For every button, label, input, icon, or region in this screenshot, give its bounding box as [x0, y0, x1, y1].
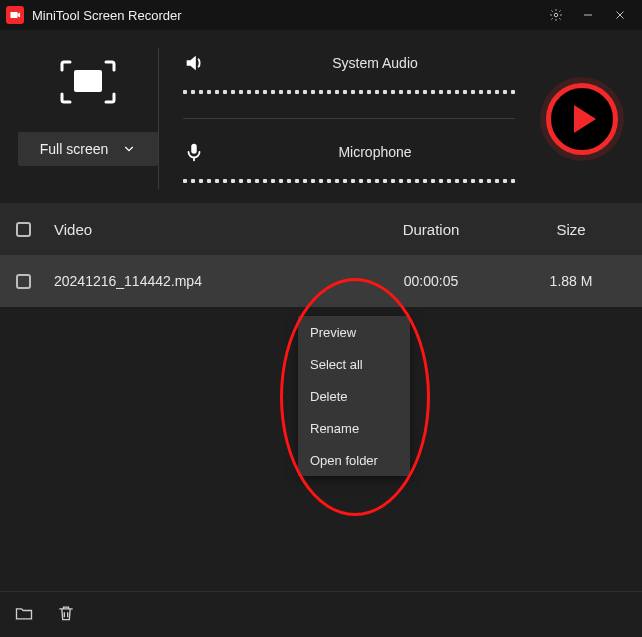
table-row[interactable]: 20241216_114442.mp4 00:00:05 1.88 M	[0, 255, 642, 307]
cell-name: 20241216_114442.mp4	[48, 273, 346, 289]
ctx-item-preview[interactable]: Preview	[298, 316, 410, 348]
control-panel: Full screen System Audio Microphone	[0, 30, 642, 203]
close-icon	[613, 8, 627, 22]
footer-bar	[0, 591, 642, 637]
minimize-icon	[581, 8, 595, 22]
folder-icon	[14, 603, 34, 623]
microphone-label: Microphone	[235, 144, 515, 160]
open-folder-button[interactable]	[14, 603, 34, 627]
chevron-down-icon	[122, 142, 136, 156]
audio-section: System Audio Microphone	[159, 48, 539, 189]
delete-button[interactable]	[56, 603, 76, 627]
gear-icon	[549, 8, 563, 22]
app-title: MiniTool Screen Recorder	[32, 8, 182, 23]
system-audio-row: System Audio	[183, 48, 515, 78]
select-all-checkbox[interactable]	[16, 222, 31, 237]
capture-mode-dropdown[interactable]: Full screen	[18, 132, 158, 166]
svg-rect-6	[191, 144, 197, 154]
svg-point-1	[554, 13, 558, 17]
cell-size: 1.88 M	[516, 273, 626, 289]
microphone-level	[183, 179, 515, 189]
row-checkbox[interactable]	[16, 274, 31, 289]
microphone-row: Microphone	[183, 137, 515, 167]
settings-button[interactable]	[540, 0, 572, 30]
play-icon	[574, 105, 596, 133]
app-window: MiniTool Screen Recorder F	[0, 0, 642, 637]
close-button[interactable]	[604, 0, 636, 30]
app-icon	[6, 6, 24, 24]
col-header-duration[interactable]: Duration	[346, 221, 516, 238]
capture-mode-label: Full screen	[40, 141, 108, 157]
record-section	[539, 48, 624, 189]
capture-area-section: Full screen	[18, 48, 159, 189]
ctx-item-open-folder[interactable]: Open folder	[298, 444, 410, 476]
ctx-item-select-all[interactable]: Select all	[298, 348, 410, 380]
context-menu: Preview Select all Delete Rename Open fo…	[298, 316, 410, 476]
minimize-button[interactable]	[572, 0, 604, 30]
col-header-name[interactable]: Video	[48, 221, 346, 238]
svg-rect-5	[74, 70, 102, 92]
speaker-icon[interactable]	[183, 52, 205, 74]
cell-duration: 00:00:05	[346, 273, 516, 289]
col-header-size[interactable]: Size	[516, 221, 626, 238]
system-audio-level	[183, 90, 515, 100]
ctx-item-rename[interactable]: Rename	[298, 412, 410, 444]
table-header: Video Duration Size	[0, 203, 642, 255]
ctx-item-delete[interactable]: Delete	[298, 380, 410, 412]
system-audio-label: System Audio	[235, 55, 515, 71]
trash-icon	[56, 603, 76, 623]
capture-area-icon[interactable]	[53, 54, 123, 110]
record-button[interactable]	[546, 83, 618, 155]
separator	[183, 118, 515, 119]
svg-rect-0	[11, 12, 18, 18]
microphone-icon[interactable]	[183, 141, 205, 163]
title-bar: MiniTool Screen Recorder	[0, 0, 642, 30]
